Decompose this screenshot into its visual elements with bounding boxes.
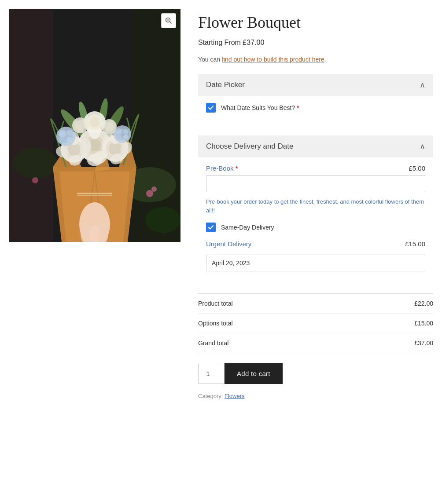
svg-point-4 bbox=[13, 147, 57, 178]
date-picker-header[interactable]: Date Picker ∧ bbox=[198, 74, 433, 96]
svg-point-60 bbox=[123, 135, 129, 140]
svg-point-68 bbox=[104, 122, 114, 131]
date-picker-accordion: Date Picker ∧ What Date Suits You Best? … bbox=[198, 74, 433, 127]
svg-point-58 bbox=[116, 128, 122, 135]
flower-image-svg bbox=[9, 9, 180, 242]
options-total-row: Options total £15.00 bbox=[198, 314, 433, 333]
product-image bbox=[9, 9, 180, 242]
options-total-value: £15.00 bbox=[414, 320, 433, 327]
svg-point-61 bbox=[116, 134, 122, 140]
date-picker-content: What Date Suits You Best? * bbox=[198, 96, 433, 127]
svg-point-59 bbox=[123, 129, 129, 134]
date-checkbox-label: What Date Suits You Best? * bbox=[221, 104, 299, 111]
delivery-date-input[interactable] bbox=[206, 255, 425, 271]
product-details-column: Flower Bouquet Starting From £37.00 You … bbox=[198, 9, 433, 399]
category-link[interactable]: Flowers bbox=[225, 393, 245, 399]
svg-point-6 bbox=[146, 190, 153, 197]
delivery-chevron-icon: ∧ bbox=[420, 142, 425, 151]
urgent-delivery-price: £15.00 bbox=[405, 240, 425, 248]
svg-rect-1 bbox=[9, 9, 53, 242]
category-row: Category: Flowers bbox=[198, 393, 433, 399]
prebook-label: Pre-Book * bbox=[206, 164, 238, 172]
add-to-cart-button[interactable]: Add to cart bbox=[225, 363, 283, 384]
svg-line-74 bbox=[170, 22, 172, 24]
date-picker-title: Date Picker bbox=[206, 80, 245, 89]
svg-rect-2 bbox=[132, 9, 180, 242]
prebook-row: Pre-Book * £5.00 bbox=[206, 164, 425, 172]
product-starting-price: Starting From £37.00 bbox=[198, 39, 433, 47]
svg-point-52 bbox=[59, 130, 66, 137]
totals-section: Product total £22.00 Options total £15.0… bbox=[198, 293, 433, 353]
svg-point-64 bbox=[90, 117, 99, 127]
product-total-label: Product total bbox=[198, 300, 233, 307]
same-day-label: Same-Day Delivery bbox=[221, 224, 274, 231]
delivery-header-title: Choose Delivery and Date bbox=[206, 142, 293, 151]
product-image-column bbox=[9, 9, 180, 242]
urgent-delivery-row: Urgent Delivery £15.00 bbox=[206, 240, 425, 248]
svg-point-54 bbox=[66, 137, 73, 143]
date-checkbox-row: What Date Suits You Best? * bbox=[206, 103, 425, 113]
add-to-cart-row: Add to cart bbox=[198, 363, 433, 384]
date-checkbox[interactable] bbox=[206, 103, 216, 113]
svg-point-53 bbox=[66, 130, 73, 136]
delivery-accordion: Choose Delivery and Date ∧ Pre-Book * £5… bbox=[198, 135, 433, 280]
prebook-price: £5.00 bbox=[409, 164, 425, 172]
same-day-checkbox-row: Same-Day Delivery bbox=[206, 223, 425, 232]
zoom-icon bbox=[165, 17, 172, 24]
same-day-checkmark-icon bbox=[208, 224, 214, 230]
same-day-checkbox[interactable] bbox=[206, 223, 216, 232]
product-total-row: Product total £22.00 bbox=[198, 294, 433, 314]
svg-point-66 bbox=[75, 120, 85, 131]
grand-total-value: £37.00 bbox=[414, 340, 433, 347]
svg-point-5 bbox=[145, 207, 180, 233]
grand-total-label: Grand total bbox=[198, 340, 228, 347]
grand-total-row: Grand total £37.00 bbox=[198, 333, 433, 353]
prebook-input[interactable] bbox=[206, 175, 425, 192]
quantity-input[interactable] bbox=[198, 363, 225, 384]
date-picker-chevron-icon: ∧ bbox=[420, 80, 425, 90]
prebook-note: Pre-book your order today to get the fin… bbox=[206, 197, 425, 215]
checkmark-icon bbox=[208, 105, 214, 111]
delivery-header[interactable]: Choose Delivery and Date ∧ bbox=[198, 135, 433, 157]
svg-point-7 bbox=[151, 186, 157, 192]
svg-point-8 bbox=[32, 177, 38, 183]
product-total-value: £22.00 bbox=[414, 300, 433, 307]
svg-point-55 bbox=[59, 136, 66, 143]
urgent-delivery-label: Urgent Delivery bbox=[206, 240, 251, 248]
options-total-label: Options total bbox=[198, 320, 233, 327]
product-description: You can find out how to build this produ… bbox=[198, 55, 433, 64]
zoom-button[interactable] bbox=[161, 13, 176, 28]
product-title: Flower Bouquet bbox=[198, 13, 433, 32]
delivery-content: Pre-Book * £5.00 Pre-book your order tod… bbox=[198, 157, 433, 280]
product-build-link[interactable]: find out how to build this product here bbox=[222, 56, 324, 63]
category-label: Category: bbox=[198, 393, 223, 399]
